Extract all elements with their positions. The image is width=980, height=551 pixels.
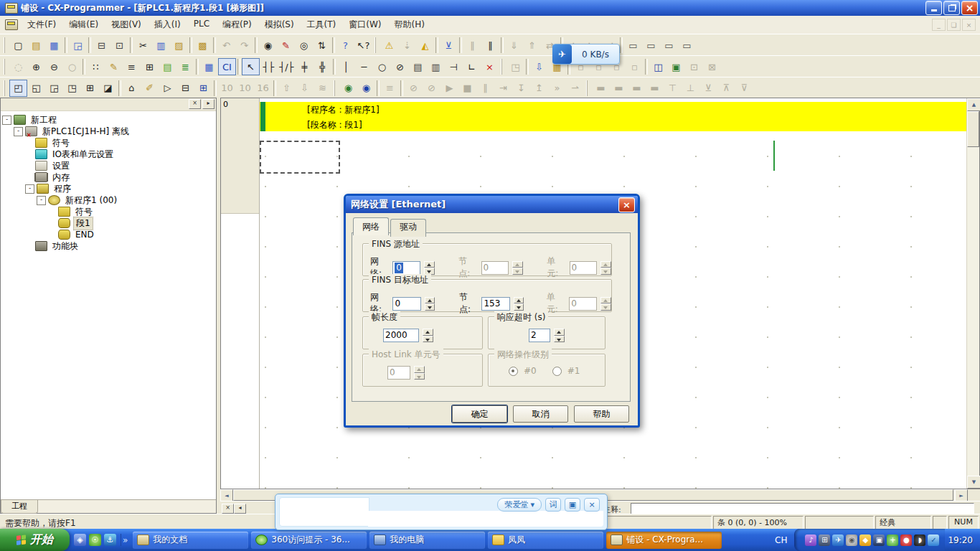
- step-out-icon[interactable]: ↥: [530, 80, 548, 97]
- tree-item[interactable]: - 新程序1 (00): [1, 194, 216, 206]
- ime-brand-button[interactable]: 荣爱堂▾: [497, 498, 542, 512]
- taskbar-button[interactable]: 我的电脑: [369, 532, 485, 549]
- tree-item[interactable]: 符号: [1, 206, 216, 217]
- contact-nc-icon[interactable]: ┤/├: [278, 58, 296, 75]
- expand-toggle-icon[interactable]: [48, 220, 56, 227]
- invert-instruction-icon[interactable]: ⊣: [445, 58, 463, 75]
- program-tree-icon[interactable]: ≣: [176, 58, 194, 75]
- open-project-icon[interactable]: ▤: [27, 37, 45, 54]
- redo-icon[interactable]: ↷: [235, 37, 253, 54]
- mdi-minimize-icon[interactable]: _: [932, 19, 946, 31]
- ok-button[interactable]: 确定: [452, 405, 507, 423]
- toggle-watch-window-icon[interactable]: ◲: [45, 80, 63, 97]
- dest-network-input[interactable]: 0: [392, 297, 420, 311]
- step-in-icon[interactable]: ↧: [512, 80, 530, 97]
- diff-down-icon[interactable]: ⊽: [735, 80, 753, 97]
- watch-window1-icon[interactable]: ⊡: [685, 58, 703, 75]
- print-icon[interactable]: ⊟: [93, 37, 110, 54]
- context-help-icon[interactable]: ↖?: [354, 37, 372, 54]
- menu-item[interactable]: 编辑(E): [62, 17, 105, 33]
- run-to-cursor-icon[interactable]: ⇀: [566, 80, 584, 97]
- set-value2-icon[interactable]: ▬: [610, 80, 628, 97]
- taskbar-button[interactable]: 铺设 - CX-Progra...: [606, 532, 722, 549]
- tree-item[interactable]: IO表和单元设置: [1, 149, 216, 160]
- input-method-icon[interactable]: ⊞: [819, 534, 830, 546]
- toggle-project-tree-icon[interactable]: ◰: [9, 80, 27, 97]
- zoom-fit-icon[interactable]: ○: [63, 58, 81, 75]
- scroll-down-icon[interactable]: ▼: [967, 476, 980, 489]
- frame-length-input[interactable]: 2000: [383, 329, 419, 342]
- language-indicator[interactable]: CH: [768, 535, 794, 545]
- quick-launch-browser-icon[interactable]: ☉: [89, 534, 101, 546]
- force-set-icon[interactable]: ⇧: [278, 80, 296, 97]
- sim-run-icon[interactable]: ▶: [440, 80, 458, 97]
- coil-nc-icon[interactable]: ⊘: [391, 58, 409, 75]
- expand-toggle-icon[interactable]: [25, 139, 33, 147]
- force-reset-icon[interactable]: ⇩: [296, 80, 314, 97]
- output-scroll-icon[interactable]: ◂: [234, 504, 246, 514]
- ime-input-area[interactable]: [279, 497, 369, 527]
- contact-or-no-icon[interactable]: ╪: [296, 58, 314, 75]
- zoom-tool-icon[interactable]: ◌: [9, 58, 27, 75]
- rack-view-2-icon[interactable]: ▭: [642, 37, 660, 54]
- line-connect-icon[interactable]: ∟: [463, 58, 481, 75]
- volume-icon[interactable]: ◉: [846, 534, 857, 546]
- menu-item[interactable]: 帮助(H): [388, 17, 431, 33]
- rack-view-1-icon[interactable]: ▭: [624, 37, 642, 54]
- tree-item[interactable]: - 程序: [1, 183, 216, 194]
- monitor-hh-icon[interactable]: ▣: [667, 58, 685, 75]
- qq-penguin-icon[interactable]: ◗: [914, 534, 925, 546]
- rung-wrap-icon[interactable]: ▤: [159, 58, 176, 75]
- hex-display-icon[interactable]: 16: [254, 80, 272, 97]
- selected-cell[interactable]: [260, 141, 340, 174]
- menu-item[interactable]: 模拟(S): [258, 17, 301, 33]
- zoom-out-icon[interactable]: ⊖: [45, 58, 63, 75]
- menu-item[interactable]: 工具(T): [301, 17, 343, 33]
- expand-toggle-icon[interactable]: [48, 231, 56, 239]
- data-trace-icon[interactable]: ⊞: [194, 80, 212, 97]
- expand-toggle-icon[interactable]: [25, 242, 33, 250]
- expand-toggle-icon[interactable]: -: [37, 196, 46, 205]
- ime-word-button[interactable]: 词: [545, 498, 561, 512]
- new-project-icon[interactable]: ▢: [9, 37, 27, 54]
- sort-icon[interactable]: ⇅: [313, 37, 331, 54]
- instruction-box2-icon[interactable]: ▥: [427, 58, 445, 75]
- contact-or-nc-icon[interactable]: ╬: [314, 58, 331, 75]
- set-value3-icon[interactable]: ▬: [628, 80, 646, 97]
- expand-toggle-icon[interactable]: -: [14, 127, 23, 136]
- quick-launch-app-icon[interactable]: ◈: [74, 534, 86, 546]
- force-off-icon[interactable]: ⊥: [682, 80, 699, 97]
- tree-item[interactable]: 内存: [1, 171, 216, 183]
- online-work-icon[interactable]: ⊻: [440, 37, 458, 54]
- display-icon[interactable]: ▣: [873, 534, 885, 546]
- project-tab[interactable]: 工程: [1, 500, 38, 514]
- cut-icon[interactable]: ✂: [134, 37, 152, 54]
- continuous-run-icon[interactable]: »: [548, 80, 566, 97]
- mdi-close-icon[interactable]: ×: [962, 19, 976, 31]
- undo-icon[interactable]: ↶: [217, 37, 235, 54]
- security-dot-icon[interactable]: ●: [900, 534, 912, 546]
- monitor-watch-icon[interactable]: ◉: [339, 80, 357, 97]
- rack-view-4-icon[interactable]: ▭: [678, 37, 696, 54]
- menu-item[interactable]: 文件(F): [21, 17, 62, 33]
- mdi-restore-icon[interactable]: ❏: [947, 19, 961, 31]
- symbol-table-icon[interactable]: ✐: [141, 80, 159, 97]
- delete-line-icon[interactable]: ×: [481, 58, 499, 75]
- timeout-spinner[interactable]: [554, 329, 565, 342]
- set-value1-icon[interactable]: ▬: [592, 80, 610, 97]
- instruction-palette-icon[interactable]: ⇩: [530, 58, 548, 75]
- help-button[interactable]: 帮助: [574, 405, 629, 423]
- auto-online-icon[interactable]: ⊘: [423, 80, 440, 97]
- quick-launch-chevron-icon[interactable]: »: [121, 535, 129, 545]
- start-button[interactable]: 开始: [0, 529, 70, 551]
- tab-driver[interactable]: 驱动: [390, 219, 426, 237]
- close-button[interactable]: [961, 1, 978, 15]
- print-preview-icon[interactable]: ⊡: [110, 37, 128, 54]
- dest-node-input[interactable]: 153: [481, 297, 509, 311]
- dest-network-spinner[interactable]: [425, 297, 435, 311]
- instruction-box-icon[interactable]: ▤: [409, 58, 427, 75]
- taskbar-button[interactable]: 我的文档: [133, 532, 248, 549]
- rack-view-3-icon[interactable]: ▭: [660, 37, 678, 54]
- ci-display-icon[interactable]: CI: [218, 58, 236, 75]
- mnemonic-view-icon[interactable]: ≡: [381, 80, 399, 97]
